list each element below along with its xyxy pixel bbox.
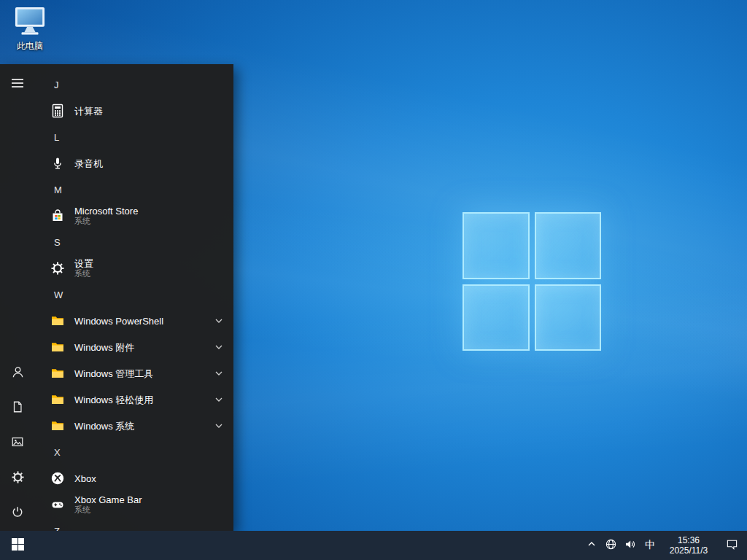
- store-icon: [50, 208, 66, 224]
- clock-date: 2025/11/3: [670, 545, 708, 556]
- app-list-section-header-J[interactable]: J: [35, 71, 233, 98]
- wallpaper-windows-logo: [462, 212, 601, 351]
- folder-icon: [50, 339, 66, 355]
- app-label: Xbox: [74, 473, 223, 484]
- app-label: 计算器: [74, 106, 223, 117]
- app-label: Microsoft Store: [74, 206, 223, 217]
- folder-icon: [50, 313, 66, 329]
- show-hidden-icons-button[interactable]: [582, 531, 601, 560]
- expand-menu-button[interactable]: [0, 67, 35, 102]
- section-letter: X: [50, 447, 61, 458]
- section-letter: W: [50, 289, 63, 300]
- chevron-down-icon[interactable]: [214, 395, 223, 404]
- taskbar-clock[interactable]: 15:36 2025/11/3: [661, 531, 716, 560]
- app-list-item-calculator[interactable]: 计算器: [35, 98, 233, 124]
- volume-button[interactable]: [620, 531, 639, 560]
- app-sublabel: 系统: [74, 269, 223, 279]
- gear-icon: [11, 470, 25, 487]
- hamburger-icon: [11, 77, 24, 93]
- app-list-section-header-S[interactable]: S: [35, 229, 233, 255]
- wallpaper-logo-pane: [462, 284, 530, 351]
- power-button[interactable]: [0, 496, 35, 531]
- documents-button[interactable]: [0, 391, 35, 426]
- pictures-button[interactable]: [0, 426, 35, 461]
- app-list-folder-windows-admin-tools[interactable]: Windows 管理工具: [35, 360, 233, 386]
- user-icon: [11, 365, 25, 382]
- app-sublabel: 系统: [74, 505, 223, 515]
- settings-gear-icon: [50, 260, 66, 276]
- app-label: Windows 附件: [74, 342, 214, 353]
- app-list-folder-windows-ease-of-access[interactable]: Windows 轻松使用: [35, 386, 233, 413]
- start-menu: J 计算器 L: [0, 64, 233, 531]
- calculator-icon: [50, 103, 66, 119]
- section-letter: M: [50, 184, 62, 195]
- start-menu-app-list: J 计算器 L: [35, 64, 233, 531]
- section-letter: L: [50, 132, 59, 143]
- action-center-icon: [726, 538, 738, 553]
- user-account-button[interactable]: [0, 356, 35, 391]
- desktop-icon-label: 此电脑: [17, 40, 43, 52]
- wallpaper-logo-pane: [535, 212, 602, 279]
- app-list-item-settings[interactable]: 设置 系统: [35, 255, 233, 281]
- ime-label: 中: [645, 539, 655, 552]
- volume-icon: [624, 538, 636, 553]
- chevron-down-icon[interactable]: [214, 369, 223, 378]
- app-list-section-header-X[interactable]: X: [35, 439, 233, 465]
- start-menu-rail: [0, 64, 35, 531]
- app-label: Windows 系统: [74, 421, 214, 432]
- power-icon: [11, 505, 24, 521]
- app-list-item-xbox-game-bar[interactable]: Xbox Game Bar 系统: [35, 491, 233, 518]
- app-label: 录音机: [74, 158, 223, 169]
- app-list-folder-powershell[interactable]: Windows PowerShell: [35, 308, 233, 334]
- app-sublabel: 系统: [74, 217, 223, 226]
- app-label: Windows 轻松使用: [74, 394, 214, 405]
- network-status-button[interactable]: [601, 531, 620, 560]
- app-list-section-header-Z[interactable]: Z: [35, 518, 233, 531]
- this-pc-icon: [13, 6, 47, 39]
- pictures-icon: [11, 435, 24, 451]
- wallpaper-logo-pane: [535, 284, 602, 351]
- folder-icon: [50, 365, 66, 381]
- document-icon: [11, 400, 24, 416]
- app-label: Windows PowerShell: [74, 316, 214, 327]
- desktop: 此电脑: [0, 0, 747, 560]
- app-label: Windows 管理工具: [74, 368, 214, 379]
- chevron-down-icon[interactable]: [214, 316, 223, 325]
- app-list-item-xbox[interactable]: Xbox: [35, 465, 233, 491]
- system-tray: 中 15:36 2025/11/3: [582, 531, 747, 560]
- clock-time: 15:36: [678, 535, 700, 545]
- microphone-icon: [50, 155, 66, 171]
- xbox-gamebar-icon: [50, 497, 66, 513]
- app-list-folder-windows-accessories[interactable]: Windows 附件: [35, 334, 233, 360]
- app-label: Xbox Game Bar: [74, 494, 223, 505]
- app-list-item-voice-recorder[interactable]: 录音机: [35, 150, 233, 176]
- rail-bottom-group: [0, 356, 35, 531]
- ime-indicator[interactable]: 中: [639, 531, 661, 560]
- desktop-icon-this-pc[interactable]: 此电脑: [6, 6, 54, 52]
- app-list-section-header-W[interactable]: W: [35, 281, 233, 308]
- xbox-icon: [50, 470, 66, 486]
- app-list-section-header-L[interactable]: L: [35, 124, 233, 150]
- section-letter: J: [50, 79, 59, 90]
- app-list-item-microsoft-store[interactable]: Microsoft Store 系统: [35, 203, 233, 229]
- wallpaper-logo-pane: [462, 212, 530, 279]
- action-center-button[interactable]: [716, 531, 747, 560]
- app-list-section-header-M[interactable]: M: [35, 176, 233, 203]
- section-letter: S: [50, 237, 61, 248]
- chevron-down-icon[interactable]: [214, 343, 223, 351]
- folder-icon: [50, 392, 66, 408]
- taskbar-empty-area: [35, 531, 582, 560]
- chevron-down-icon[interactable]: [214, 421, 223, 430]
- section-letter: Z: [50, 526, 60, 532]
- start-button[interactable]: [0, 531, 35, 560]
- chevron-up-icon: [587, 539, 597, 552]
- settings-button[interactable]: [0, 461, 35, 496]
- app-label: 设置: [74, 258, 223, 269]
- folder-icon: [50, 418, 66, 434]
- app-list-folder-windows-system[interactable]: Windows 系统: [35, 413, 233, 439]
- taskbar: 中 15:36 2025/11/3: [0, 531, 747, 560]
- network-globe-icon: [605, 538, 617, 553]
- windows-logo-icon: [12, 538, 24, 553]
